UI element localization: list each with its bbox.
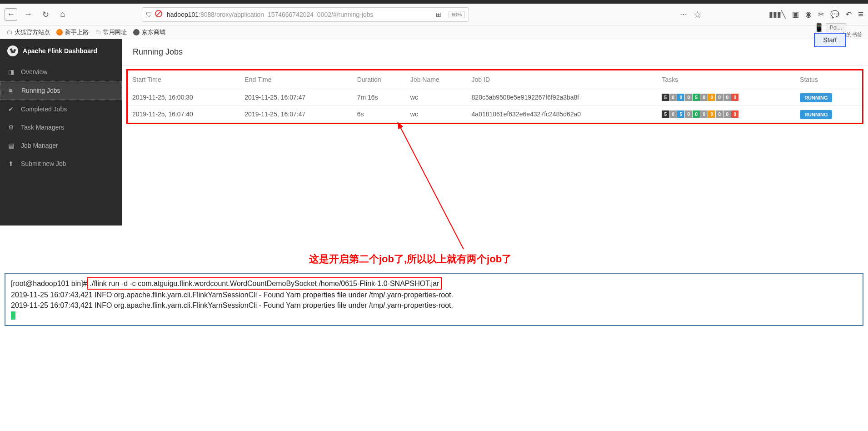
- sidebar-item-completed-jobs[interactable]: ✔ Completed Jobs: [0, 100, 122, 118]
- table-row[interactable]: 2019-11-25, 16:07:40 2019-11-25, 16:07:4…: [128, 106, 862, 123]
- divider: [122, 65, 868, 65]
- sidebar-item-label: Running Jobs: [21, 87, 60, 94]
- sidebar-item-label: Submit new Job: [21, 160, 66, 167]
- bookmarks-bar: 🗀 火狐官方站点 新手上路 🗀 常用网址 京东商城: [0, 25, 868, 39]
- terminal[interactable]: [root@hadoop101 bin]# ./flink run -d -c …: [5, 273, 863, 326]
- task-count-box: 0: [708, 94, 715, 101]
- start-button[interactable]: Start: [814, 33, 846, 47]
- sidebar-title: Apache Flink Dashboard: [23, 47, 97, 55]
- col-duration[interactable]: Duration: [353, 70, 406, 89]
- start-popup: 📱 Poi... Start: [814, 23, 846, 47]
- home-button[interactable]: ⌂: [56, 8, 69, 21]
- task-count-box: 5: [693, 94, 700, 101]
- undo-icon[interactable]: ↶: [846, 10, 852, 19]
- jd-icon: [133, 29, 140, 35]
- col-jobname[interactable]: Job Name: [406, 70, 467, 89]
- bookmark-jd[interactable]: 京东商城: [133, 28, 165, 36]
- cell-end: 2019-11-25, 16:07:47: [240, 89, 352, 106]
- menu-icon[interactable]: ≡: [858, 9, 863, 20]
- task-count-box: 0: [669, 110, 677, 118]
- sidebar-item-running-jobs[interactable]: ≡ Running Jobs: [0, 81, 122, 100]
- job-table: Start Time End Time Duration Job Name Jo…: [128, 70, 862, 123]
- sidebar-item-label: Overview: [21, 68, 47, 75]
- sidebar-header: 🐿 Apache Flink Dashboard: [0, 39, 122, 63]
- task-count-box: 0: [700, 94, 708, 101]
- bookmark-firefox-official[interactable]: 🗀 火狐官方站点: [6, 28, 50, 36]
- task-count-box: 0: [731, 110, 738, 118]
- qr-icon[interactable]: ⊞: [436, 11, 441, 18]
- bookmark-common-sites[interactable]: 🗀 常用网址: [95, 28, 127, 36]
- annotation-text: 这是开启第二个job了,所以以上就有两个job了: [309, 252, 512, 266]
- dashboard-icon: ◨: [8, 68, 15, 75]
- library-icon[interactable]: ▮▮▮╲: [769, 10, 786, 19]
- terminal-cursor: [11, 311, 15, 320]
- device-icon: 📱: [814, 23, 824, 33]
- more-icon[interactable]: ⋯: [680, 10, 687, 19]
- svg-line-1: [156, 11, 161, 16]
- sitemap-icon: ⚙: [8, 124, 15, 131]
- task-count-box: 0: [731, 94, 738, 101]
- folder-icon: 🗀: [6, 29, 12, 35]
- forward-button[interactable]: →: [22, 8, 35, 21]
- sidebar-item-task-managers[interactable]: ⚙ Task Managers: [0, 118, 122, 136]
- popup-top-label: Poi...: [826, 23, 846, 32]
- terminal-output-line: 2019-11-25 16:07:43,421 INFO org.apache.…: [11, 300, 857, 311]
- sidebar-item-overview[interactable]: ◨ Overview: [0, 63, 122, 81]
- zoom-indicator[interactable]: 90%: [449, 11, 465, 18]
- reload-button[interactable]: ↻: [39, 8, 52, 21]
- sidebar-item-label: Job Manager: [21, 142, 58, 149]
- flink-logo-icon: 🐿: [7, 45, 18, 56]
- url-bar[interactable]: 🛡 hadoop101:8088/proxy/application_15746…: [142, 7, 469, 22]
- status-badge: RUNNING: [800, 93, 832, 102]
- task-count-box: 0: [669, 94, 677, 101]
- table-header-row: Start Time End Time Duration Job Name Jo…: [128, 70, 862, 89]
- indent-icon: ≡: [9, 87, 16, 94]
- col-tasks[interactable]: Tasks: [657, 70, 795, 89]
- col-jobid[interactable]: Job ID: [467, 70, 658, 89]
- cell-jobname: wc: [406, 89, 467, 106]
- bookmark-newbie[interactable]: 新手上路: [56, 28, 89, 36]
- task-count-box: 5: [662, 110, 669, 118]
- account-icon[interactable]: ◉: [805, 10, 812, 19]
- sidebar-toggle-icon[interactable]: ▣: [792, 10, 799, 19]
- table-row[interactable]: 2019-11-25, 16:00:30 2019-11-25, 16:07:4…: [128, 89, 862, 106]
- cell-tasks: 5000500000: [657, 89, 795, 106]
- cell-duration: 7m 16s: [353, 89, 406, 106]
- sidebar-item-job-manager[interactable]: ▤ Job Manager: [0, 136, 122, 155]
- col-start[interactable]: Start Time: [128, 70, 240, 89]
- task-count-box: 0: [685, 94, 692, 101]
- cell-duration: 6s: [353, 106, 406, 123]
- chat-icon[interactable]: 💬: [830, 10, 839, 19]
- cell-status: RUNNING: [795, 89, 862, 106]
- screenshot-icon[interactable]: ✂: [818, 10, 824, 19]
- sidebar: 🐿 Apache Flink Dashboard ◨ Overview ≡ Ru…: [0, 39, 122, 226]
- job-table-highlight: Start Time End Time Duration Job Name Jo…: [126, 69, 863, 124]
- sidebar-item-submit-job[interactable]: ⬆ Submit new Job: [0, 155, 122, 173]
- cell-jobid: 4a0181061ef632e6e4327fc2485d62a0: [467, 106, 658, 123]
- browser-toolbar: ← → ↻ ⌂ 🛡 hadoop101:8088/proxy/applicati…: [0, 4, 868, 25]
- cell-jobid: 820c5ab9508e5e9192267f6f92a3ba8f: [467, 89, 658, 106]
- top-dark-bar: [0, 0, 868, 4]
- shield-icon: 🛡: [146, 11, 152, 18]
- cell-status: RUNNING: [795, 106, 862, 123]
- bookmark-label: 新手上路: [65, 28, 89, 36]
- col-end[interactable]: End Time: [240, 70, 352, 89]
- task-count-box: 5: [677, 110, 684, 118]
- task-count-box: 0: [693, 110, 700, 118]
- bookmark-star-icon[interactable]: ☆: [693, 9, 702, 20]
- cell-end: 2019-11-25, 16:07:47: [240, 106, 352, 123]
- task-count-box: 0: [723, 94, 731, 101]
- firefox-icon: [56, 29, 63, 35]
- server-icon: ▤: [8, 142, 15, 149]
- bookmark-label: 火狐官方站点: [15, 28, 50, 36]
- task-count-box: 0: [708, 110, 715, 118]
- status-badge: RUNNING: [800, 110, 832, 119]
- page-title: Running Jobs: [122, 39, 868, 65]
- check-icon: ✔: [8, 105, 15, 113]
- back-button[interactable]: ←: [5, 8, 17, 21]
- col-status[interactable]: Status: [795, 70, 862, 89]
- task-count-box: 0: [716, 110, 723, 118]
- task-count-box: 5: [662, 94, 669, 101]
- sidebar-item-label: Task Managers: [21, 124, 64, 131]
- bookmark-label: 常用网址: [103, 28, 127, 36]
